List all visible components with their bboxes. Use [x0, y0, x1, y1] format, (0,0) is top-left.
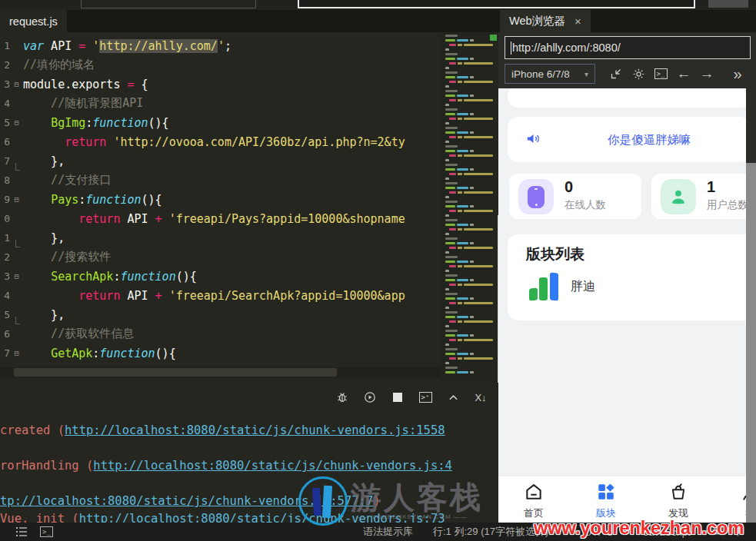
top-toolbar-sliver — [0, 0, 756, 10]
error-text: Vue._init ( — [0, 512, 79, 523]
source-link[interactable]: http://localhost:8080/static/js/chunk-ve… — [93, 459, 452, 473]
tab-web-browser[interactable]: Web浏览器 × — [500, 10, 591, 32]
outline-list-icon[interactable] — [15, 523, 28, 541]
nav-tab-首页[interactable]: 首页 — [511, 482, 557, 520]
terminal-icon[interactable]: >_ — [40, 523, 53, 541]
tab-request-js[interactable]: request.js — [0, 10, 67, 32]
toolbar-input-partial[interactable] — [81, 0, 256, 8]
tab-label: request.js — [9, 15, 58, 28]
line-number: 7 — [0, 347, 10, 359]
code-line: 9⊟ Pays:function(){ — [0, 190, 498, 209]
horizontal-scrollbar-thumb[interactable] — [14, 368, 337, 377]
line-number: 9 — [0, 194, 10, 205]
code-text: }, — [23, 308, 65, 322]
gear-icon[interactable] — [628, 64, 648, 84]
notice-bar[interactable]: 你是傻逼胖娣嘛 — [508, 117, 751, 162]
fold-marker[interactable]: ⊟ — [10, 195, 23, 204]
code-line: 2//填你的域名 — [0, 55, 498, 75]
board-logo-icon — [526, 270, 560, 304]
code-line: 5⊟ BgImg:function(){ — [0, 113, 498, 132]
restart-icon[interactable] — [361, 389, 378, 406]
grid-icon — [596, 491, 616, 504]
preview-scrollbar-thumb[interactable] — [746, 163, 756, 523]
code-line: 3⊟ SearchApk:function(){ — [0, 267, 498, 286]
stop-icon[interactable] — [389, 389, 406, 406]
download-icon[interactable] — [709, 523, 721, 541]
syntax-lib-status[interactable]: 语法提示库 — [363, 523, 413, 541]
debug-bug-icon[interactable] — [334, 389, 351, 406]
more-icon[interactable]: » — [728, 64, 748, 84]
fold-marker[interactable]: ⊟ — [10, 272, 23, 280]
fold-marker[interactable]: ⊟ — [10, 80, 23, 88]
code-text: //支付接口 — [23, 173, 111, 188]
devtools-console-icon[interactable]: >_ — [651, 64, 671, 84]
minimap[interactable] — [441, 32, 498, 383]
nav-tab-发现[interactable]: 发现 — [655, 482, 701, 520]
code-editor[interactable]: 1var API = 'http://ahlly.com/';2//填你的域名3… — [0, 32, 498, 383]
code-line: 7 }, — [0, 151, 498, 171]
phone-icon — [518, 179, 554, 214]
code-line: 5 }, — [0, 305, 498, 324]
toolbar-button-partial[interactable] — [708, 0, 748, 8]
device-label: iPhone 6/7/8 — [511, 68, 570, 80]
minimap-ruler-mark — [490, 35, 497, 41]
preview-scrollbar-track — [746, 88, 756, 163]
code-text: BgImg:function(){ — [23, 116, 169, 130]
close-icon[interactable]: × — [574, 15, 581, 28]
back-icon[interactable]: ← — [674, 64, 694, 84]
code-text: return API + 'freeapi/Pays?appid=10000&s… — [23, 212, 405, 226]
notice-text: 你是傻逼胖娣嘛 — [608, 132, 691, 148]
code-line: 6 //获取软件信息 — [0, 324, 498, 344]
code-text: return API + 'freeapi/SearchApk?appid=10… — [23, 289, 405, 303]
line-number: 5 — [0, 309, 10, 320]
cursor-position-status[interactable]: 行:1 列:29 (17字符被选择) — [433, 523, 548, 541]
stat-label: 用户总数 — [707, 198, 748, 212]
device-select[interactable]: iPhone 6/7/8 ▾ — [505, 64, 595, 84]
language-status[interactable]: JavaScript — [644, 523, 691, 541]
clear-console-icon[interactable]: X↓ — [472, 389, 489, 406]
stat-card: 0在线人数 — [509, 174, 641, 219]
toolbar-searchbox-partial[interactable] — [298, 0, 695, 8]
code-line: 4 return API + 'freeapi/SearchApk?appid=… — [0, 286, 498, 305]
new-terminal-icon[interactable]: >⁺ — [417, 389, 434, 406]
code-text: SearchApk:function(){ — [23, 270, 197, 284]
tab-label: Web浏览器 — [509, 14, 565, 28]
nav-tab-版块[interactable]: 版块 — [583, 482, 629, 520]
stat-value: 0 — [565, 178, 573, 196]
board-list-item[interactable]: 胖迪 — [526, 270, 595, 304]
bell-icon[interactable] — [732, 523, 744, 541]
line-number: 6 — [0, 328, 10, 340]
fold-marker[interactable]: ⊟ — [10, 118, 23, 127]
source-link[interactable]: http://localhost:8080/static/js/chunk-ve… — [65, 423, 445, 437]
code-text: module.exports = { — [23, 78, 148, 91]
bottom-nav: 首页版块发现我 — [498, 476, 756, 523]
resize-window-icon[interactable] — [606, 64, 626, 84]
line-number: 6 — [0, 136, 10, 148]
notification-dot — [718, 526, 723, 531]
code-text: //随机背景图API — [23, 96, 143, 111]
collapse-panel-icon[interactable] — [445, 389, 461, 406]
forward-icon[interactable]: → — [697, 64, 717, 84]
console-error-line: created (http://localhost:8080/static/js… — [0, 423, 445, 437]
source-link[interactable]: http://localhost:8080/static/js/chunk-ve… — [79, 512, 445, 523]
code-line: 4 //随机背景图API — [0, 94, 498, 113]
status-bar: >_ 语法提示库 行:1 列:29 (17字符被选择) UTF-8 JavaSc… — [0, 523, 756, 541]
home-icon — [524, 491, 544, 504]
line-number: 3 — [0, 78, 10, 90]
line-number: 4 — [0, 290, 10, 301]
code-line: 8 //支付接口 — [0, 171, 498, 190]
url-input[interactable]: http://ahlly.com/:8080/ — [505, 36, 751, 59]
board-name: 胖迪 — [571, 279, 595, 295]
code-line: 3⊟module.exports = { — [0, 75, 498, 94]
encoding-status[interactable]: UTF-8 — [584, 523, 613, 541]
line-number: 3 — [0, 270, 10, 282]
line-number: 8 — [0, 174, 10, 186]
line-number: 1 — [0, 40, 10, 51]
console-toolbar: >⁺ X↓ — [334, 389, 489, 406]
stat-label: 在线人数 — [565, 198, 606, 212]
error-text: created ( — [0, 423, 65, 437]
source-link[interactable]: tp://localhost:8080/static/js/chunk-vend… — [0, 494, 373, 508]
fold-marker[interactable]: ⊟ — [10, 349, 23, 357]
console-error-line: tp://localhost:8080/static/js/chunk-vend… — [0, 494, 381, 508]
code-line: 1var API = 'http://ahlly.com/'; — [0, 36, 498, 55]
